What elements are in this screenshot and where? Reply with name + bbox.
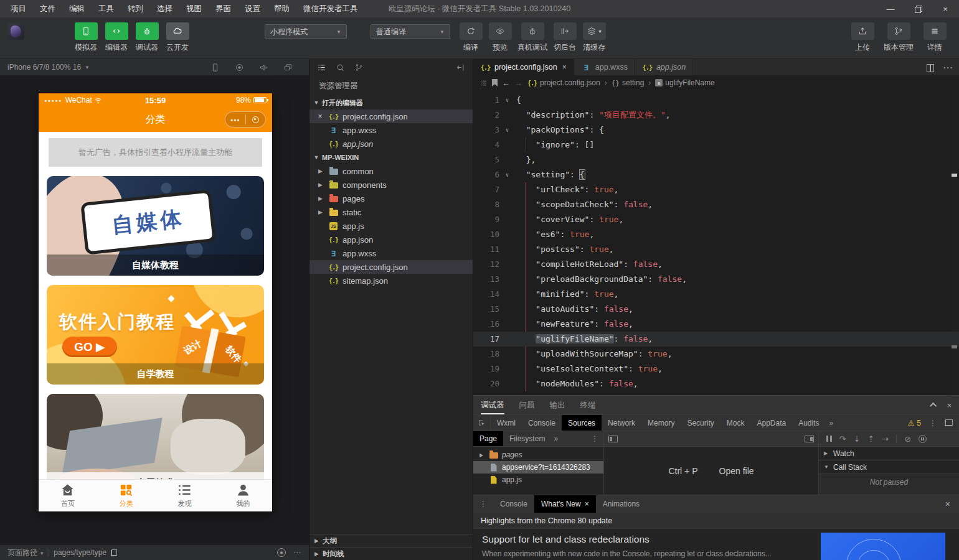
devtools-tab-Console[interactable]: Console	[522, 415, 562, 431]
preview-button[interactable]: 预览	[488, 22, 512, 53]
step-icon[interactable]: ⇢	[882, 434, 889, 444]
editor-tab-project.config.json[interactable]: {.}project.config.json×	[473, 59, 574, 75]
fold-marker[interactable]: ∨	[502, 123, 513, 138]
code-editor[interactable]: 1∨{2 "description": "项目配置文件。",3∨ "packOp…	[473, 90, 959, 395]
search-icon[interactable]	[336, 63, 345, 72]
file-row-app.js[interactable]: JSapp.js	[309, 219, 473, 233]
bottom-panel-时间线[interactable]: ▶时间线	[309, 547, 473, 560]
close-tab-icon[interactable]: ×	[585, 500, 589, 508]
file-list-icon[interactable]	[317, 63, 326, 72]
hide-navigator-icon[interactable]	[608, 436, 618, 442]
file-row-app.wxss[interactable]: Ǝapp.wxss	[309, 123, 473, 137]
menu-item-文件[interactable]: 文件	[33, 0, 62, 17]
file-row-app.json[interactable]: {.}app.json	[309, 233, 473, 246]
warning-badge[interactable]: ⚠5	[908, 419, 921, 427]
breadcrumb-item-project.config.json[interactable]: {.}project.config.json	[527, 78, 600, 87]
step-into-icon[interactable]: ⇣	[853, 434, 860, 444]
file-row-static[interactable]: ▶static	[309, 205, 473, 219]
close-tab-icon[interactable]: ×	[562, 63, 567, 72]
more-tabs-icon[interactable]: »	[554, 431, 558, 446]
editor-more-icon[interactable]: ⋯	[943, 62, 953, 73]
file-row-app.wxss[interactable]: Ǝapp.wxss	[309, 246, 473, 260]
nav-forward-icon[interactable]: →	[514, 78, 522, 88]
nav-back-icon[interactable]: ←	[502, 78, 510, 88]
menu-item-视图[interactable]: 视图	[179, 0, 209, 17]
clear-cache-button[interactable]: ▾清缓存	[582, 22, 606, 53]
menu-item-界面[interactable]: 界面	[209, 0, 238, 17]
callstack-section[interactable]: ▼ Call Stack	[819, 460, 959, 474]
file-row-app.json[interactable]: {.}app.json	[309, 137, 473, 151]
editor-tab-app.wxss[interactable]: Ǝapp.wxss	[574, 59, 635, 75]
tabbar-item-分类[interactable]: 分类	[97, 480, 156, 511]
close-icon[interactable]: ×	[316, 112, 324, 121]
tabbar-item-首页[interactable]: 首页	[39, 480, 97, 511]
article-thumbnail[interactable]	[821, 533, 945, 560]
category-card-software[interactable]: 软件入门教程 GO ▶ 设计 软件 自学教程	[47, 285, 264, 385]
source-row-app.js[interactable]: app.js	[473, 474, 603, 486]
pause-on-exceptions-icon[interactable]	[919, 435, 927, 443]
git-branch-icon[interactable]	[354, 63, 364, 72]
record-icon[interactable]	[235, 63, 244, 72]
devtools-tab-Sources[interactable]: Sources	[562, 415, 602, 431]
fold-marker[interactable]: ∨	[502, 167, 513, 182]
footer-more-button[interactable]: ⋯	[293, 548, 301, 557]
menu-item-选择[interactable]: 选择	[150, 0, 179, 17]
details-button[interactable]: 详情	[923, 22, 947, 53]
tabbar-item-我的[interactable]: 我的	[214, 480, 272, 511]
navigator-menu-icon[interactable]: ⋮	[586, 431, 603, 446]
user-avatar[interactable]	[7, 23, 24, 40]
dock-side-icon[interactable]	[945, 419, 953, 426]
drawer-menu-icon[interactable]: ⋮	[473, 495, 493, 513]
inspect-element-icon[interactable]	[473, 415, 491, 431]
more-menu-button[interactable]: ●●●	[225, 118, 245, 122]
exit-miniprogram-button[interactable]	[246, 116, 266, 123]
collapse-sidebar-icon[interactable]	[456, 63, 465, 72]
split-editor-icon[interactable]	[927, 64, 934, 71]
category-card-media[interactable]: 自媒体 自媒体教程	[47, 176, 264, 276]
minimize-button[interactable]: —	[877, 0, 904, 17]
devtools-tab-Mock[interactable]: Mock	[720, 415, 751, 431]
editor-tab-app.json[interactable]: {.}app.json	[635, 59, 693, 75]
toggle-cloud-button[interactable]: 云开发	[166, 22, 189, 53]
devtools-tab-AppData[interactable]: AppData	[750, 415, 792, 431]
debugger-tab-输出[interactable]: 输出	[550, 396, 565, 414]
debugger-tab-问题[interactable]: 问题	[519, 396, 535, 414]
source-row-pages[interactable]: ▶pages	[473, 449, 603, 461]
tree-section-header[interactable]: ▼打开的编辑器	[309, 96, 473, 110]
bookmark-icon[interactable]	[492, 79, 498, 86]
show-debugger-icon[interactable]	[805, 436, 814, 442]
source-row-appservice?t=1614326283[interactable]: appservice?t=1614326283	[473, 461, 603, 474]
compile-select[interactable]: 普通编译 ▼	[371, 24, 450, 39]
watch-page-icon[interactable]: ◉	[277, 548, 286, 557]
tree-section-header[interactable]: ▼MP-WEIXIN	[309, 151, 473, 164]
navigator-tab-Filesystem[interactable]: Filesystem	[503, 431, 551, 446]
device-selector[interactable]: iPhone 6/7/8 100% 16 ▼	[7, 63, 90, 72]
debugger-tab-终端[interactable]: 终端	[580, 396, 596, 414]
restore-button[interactable]	[904, 0, 932, 17]
toggle-editor-button[interactable]: 编辑器	[105, 22, 128, 53]
watch-section[interactable]: ▶ Watch	[819, 447, 959, 460]
switch-background-button[interactable]: 切后台	[553, 22, 577, 53]
file-row-project.config.json[interactable]: {.}project.config.json	[309, 260, 473, 274]
breadcrumb-item-setting[interactable]: {}setting	[612, 78, 645, 87]
mode-select[interactable]: 小程序模式 ▼	[265, 24, 347, 39]
menu-item-转到[interactable]: 转到	[121, 0, 150, 17]
devtools-tab-Audits[interactable]: Audits	[792, 415, 825, 431]
popout-window-icon[interactable]	[283, 63, 293, 72]
close-button[interactable]: ×	[932, 0, 959, 17]
menu-item-帮助[interactable]: 帮助	[267, 0, 296, 17]
outline-icon[interactable]	[479, 79, 488, 87]
version-button[interactable]: 版本管理	[884, 22, 914, 53]
devtools-tab-Network[interactable]: Network	[602, 415, 641, 431]
devtools-tab-Security[interactable]: Security	[681, 415, 720, 431]
close-panel-icon[interactable]: ×	[947, 401, 952, 410]
navigator-tab-Page[interactable]: Page	[473, 431, 503, 446]
step-over-icon[interactable]: ↷	[839, 434, 846, 444]
menu-item-编辑[interactable]: 编辑	[62, 0, 92, 17]
open-file-link[interactable]: Open file	[719, 466, 754, 476]
category-card-practical[interactable]: 实用技术	[47, 394, 264, 479]
debugger-tab-调试器[interactable]: 调试器	[481, 396, 504, 414]
copy-path-icon[interactable]	[111, 549, 117, 556]
go-button[interactable]: GO ▶	[62, 337, 117, 357]
file-row-project.config.json[interactable]: ×{.}project.config.json	[309, 110, 473, 123]
